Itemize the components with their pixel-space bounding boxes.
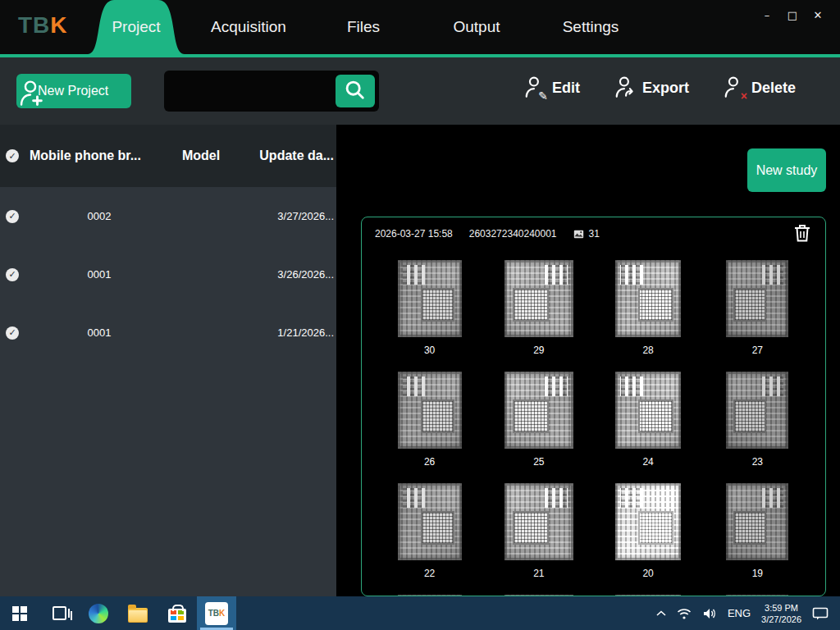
column-header-model[interactable]: Model (169, 148, 233, 163)
edit-button[interactable]: ✎ Edit (524, 75, 580, 100)
row-check-icon[interactable]: ✓ (6, 210, 19, 223)
table-header: ✓ Mobile phone br... Model Update da... (0, 125, 336, 187)
study-thumbnail[interactable]: 30 (398, 260, 462, 372)
export-label: Export (642, 80, 689, 97)
thumbnail-number: 20 (642, 568, 653, 580)
nav-tab[interactable]: Output (414, 0, 539, 54)
pcb-xray-image[interactable] (398, 260, 462, 337)
nav-tab-label: Settings (563, 18, 619, 36)
column-header-updated[interactable]: Update da... (233, 148, 336, 163)
notification-center-icon[interactable] (812, 607, 829, 620)
tray-chevron-up-icon[interactable] (656, 610, 666, 617)
table-body: ✓ 0002 3/27/2026... ✓ 0001 3/26/2026... (0, 187, 336, 596)
nav-tab[interactable]: Acquisition (185, 0, 313, 54)
new-study-button[interactable]: New study (747, 148, 826, 192)
image-icon (573, 230, 584, 239)
file-explorer-button[interactable] (118, 596, 158, 630)
table-row[interactable]: ✓ 0001 3/26/2026... (0, 245, 336, 304)
person-edit-icon: ✎ (524, 75, 546, 100)
pcb-xray-image[interactable] (398, 483, 462, 560)
edge-browser-button[interactable] (79, 596, 118, 630)
microsoft-store-button[interactable] (158, 596, 197, 630)
study-thumbnail[interactable] (398, 595, 462, 596)
app-window: TBK Project Acquisition Files Output (0, 0, 840, 630)
tbk-app-icon: TBK (205, 602, 228, 625)
delete-button[interactable]: × Delete (724, 75, 796, 100)
search-icon (344, 79, 367, 104)
row-check-icon[interactable]: ✓ (6, 268, 19, 281)
windows-logo-icon (12, 606, 27, 621)
study-thumbnail[interactable]: 26 (398, 372, 462, 483)
pcb-xray-image[interactable] (726, 372, 788, 449)
language-indicator[interactable]: ENG (728, 607, 751, 619)
clock[interactable]: 3:59 PM 3/27/2026 (761, 602, 801, 625)
pcb-xray-image[interactable] (504, 483, 573, 560)
study-thumbnail[interactable] (504, 595, 573, 596)
thumbnail-number: 22 (424, 568, 435, 580)
nav-tab[interactable]: Project (88, 0, 185, 54)
study-card[interactable]: 2026-03-27 15:58 2603272340240001 31 (361, 217, 826, 596)
row-model-value: 0001 (30, 268, 169, 281)
study-thumbnail[interactable] (615, 595, 681, 596)
maximize-icon[interactable]: □ (783, 7, 801, 23)
pcb-xray-image[interactable] (504, 372, 573, 449)
tbk-app-button[interactable]: TBK (197, 596, 236, 630)
minimize-icon[interactable]: – (758, 7, 776, 23)
pcb-xray-image[interactable] (726, 260, 788, 337)
study-card-header: 2026-03-27 15:58 2603272340240001 31 (362, 217, 825, 250)
windows-taskbar: TBK ENG 3:59 PM 3/ (0, 596, 840, 630)
wifi-icon[interactable] (677, 608, 692, 619)
thumbnail-number: 27 (752, 345, 763, 357)
delete-study-button[interactable] (792, 223, 812, 244)
pcb-xray-image[interactable] (615, 372, 681, 449)
pcb-xray-image[interactable] (504, 595, 573, 596)
study-thumbnail[interactable]: 29 (504, 260, 573, 372)
thumbnail-number: 24 (642, 456, 653, 468)
thumbnail-number: 26 (424, 456, 435, 468)
row-model-value: 0001 (30, 326, 169, 339)
export-button[interactable]: Export (614, 75, 689, 100)
thumbnail-number: 30 (424, 345, 435, 357)
search-button[interactable] (336, 75, 375, 107)
study-thumbnail[interactable]: 28 (615, 260, 681, 372)
study-thumbnail[interactable]: 27 (726, 260, 788, 372)
task-view-button[interactable] (39, 596, 79, 630)
pcb-xray-image[interactable] (726, 483, 788, 560)
close-icon[interactable]: ✕ (809, 7, 827, 23)
study-thumbnail[interactable]: 19 (726, 483, 788, 595)
study-thumbnail[interactable]: 20 (615, 483, 681, 595)
study-thumbnail[interactable]: 25 (504, 372, 573, 483)
select-all-check-icon[interactable]: ✓ (6, 149, 19, 162)
toolbar: New Project ✎ (0, 57, 840, 125)
start-button[interactable] (0, 596, 39, 630)
image-count-value: 31 (589, 228, 600, 240)
study-panel: New study 2026-03-27 15:58 2603272340240… (336, 125, 840, 596)
table-row[interactable]: ✓ 0002 3/27/2026... (0, 187, 336, 245)
nav-tab-label: Acquisition (211, 18, 286, 36)
pcb-xray-image[interactable] (504, 260, 573, 337)
study-thumbnail[interactable]: 22 (398, 483, 462, 595)
study-thumbnail[interactable] (726, 595, 788, 596)
column-header-brand[interactable]: Mobile phone br... (30, 148, 169, 163)
pcb-xray-image[interactable] (615, 595, 681, 596)
pcb-xray-image[interactable] (398, 595, 462, 596)
volume-icon[interactable] (702, 608, 717, 619)
row-check-icon[interactable]: ✓ (6, 326, 19, 340)
thumbnail-number: 25 (533, 456, 544, 468)
study-id: 2603272340240001 (469, 228, 557, 240)
pcb-xray-image[interactable] (615, 483, 681, 560)
pcb-xray-image[interactable] (398, 372, 462, 449)
new-project-button[interactable]: New Project (16, 74, 131, 108)
row-updated-value: 3/27/2026... (233, 210, 336, 222)
tbk-logo: TBK (18, 12, 68, 39)
table-row[interactable]: ✓ 0001 1/21/2026... (0, 304, 336, 362)
pcb-xray-image[interactable] (726, 595, 788, 596)
study-thumbnail[interactable]: 24 (615, 372, 681, 483)
pcb-xray-image[interactable] (615, 260, 681, 337)
window-controls: – □ ✕ (758, 7, 827, 23)
nav-tab[interactable]: Settings (539, 0, 642, 54)
study-thumbnail[interactable]: 23 (726, 372, 788, 483)
study-thumbnail[interactable]: 21 (504, 483, 573, 595)
clock-time: 3:59 PM (765, 603, 798, 613)
nav-tab[interactable]: Files (313, 0, 414, 54)
